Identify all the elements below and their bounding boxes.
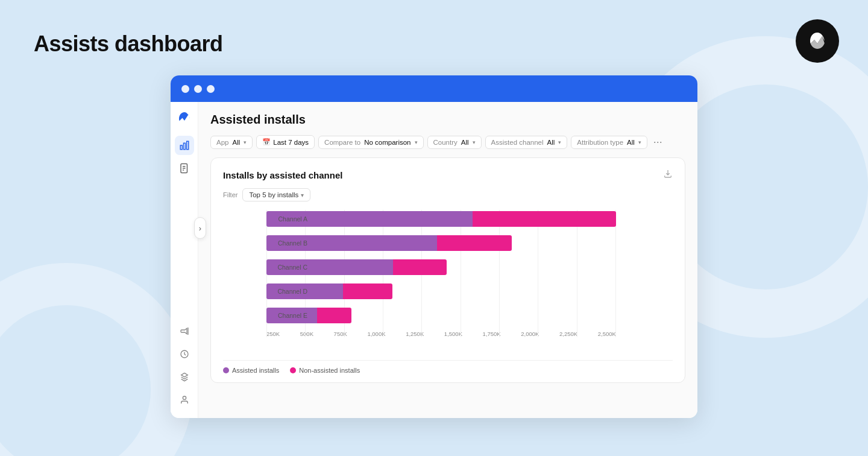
attribution-filter[interactable]: Attribution type All ▾: [571, 136, 647, 149]
assisted-channel-value: All: [547, 139, 555, 146]
sidebar-bottom: [175, 321, 194, 418]
chart-card-title: Installs by assisted channel: [223, 170, 342, 180]
sidebar-logo: [176, 110, 193, 127]
attribution-chevron: ▾: [638, 139, 641, 145]
x-tick: 2,250K: [559, 331, 577, 337]
browser-window: Assisted installs App All ▾ 📅 Last 7 day…: [171, 75, 697, 418]
expand-icon: ›: [199, 224, 201, 233]
chart-card: Installs by assisted channel Filter Top …: [210, 157, 685, 383]
svg-point-8: [183, 396, 186, 399]
legend-label-assisted: Assisted installs: [232, 367, 279, 374]
svg-rect-0: [180, 145, 182, 150]
svg-rect-1: [183, 143, 185, 150]
content-area: Assisted installs App All ▾ 📅 Last 7 day…: [171, 102, 697, 418]
calendar-icon: 📅: [262, 138, 271, 146]
compare-filter[interactable]: Compare to No comparison ▾: [318, 136, 423, 149]
legend-nonassisted: Non-assisted installs: [290, 367, 360, 374]
sidebar-item-document[interactable]: [175, 159, 194, 178]
chart-legend: Assisted installs Non-assisted installs: [223, 360, 673, 374]
compare-filter-chevron: ▾: [415, 139, 418, 145]
country-filter[interactable]: Country All ▾: [427, 136, 482, 149]
sidebar-item-megaphone[interactable]: [175, 321, 194, 341]
assisted-channel-filter[interactable]: Assisted channel All ▾: [485, 136, 568, 149]
dashboard-header: Assisted installs: [210, 113, 685, 127]
legend-label-nonassisted: Non-assisted installs: [299, 367, 360, 374]
bar-label: Channel D: [266, 288, 307, 295]
country-filter-value: All: [461, 139, 469, 146]
download-icon[interactable]: [663, 169, 673, 181]
browser-dot-2: [194, 85, 202, 93]
country-filter-chevron: ▾: [473, 139, 476, 145]
bar-label: Channel C: [266, 264, 307, 271]
bar-nonassisted: [473, 211, 616, 227]
dashboard-title: Assisted installs: [210, 113, 306, 127]
bar-track: [266, 211, 616, 227]
date-filter-value: Last 7 days: [273, 139, 309, 146]
x-tick: 2,000K: [521, 331, 539, 337]
x-tick: 750K: [334, 331, 347, 337]
bar-label: Channel B: [266, 239, 307, 247]
attribution-label: Attribution type: [577, 139, 623, 146]
bar-chart: Channel AChannel BChannel CChannel DChan…: [223, 210, 673, 354]
bar-label: Channel E: [266, 312, 307, 319]
bar-row: Channel E: [266, 306, 673, 325]
bar-label: Channel A: [266, 215, 307, 223]
legend-dot-assisted: [223, 367, 229, 373]
x-tick: 1,000K: [367, 331, 385, 337]
assisted-channel-chevron: ▾: [558, 139, 561, 145]
bg-decoration-left: [0, 263, 193, 456]
chart-filter-label: Filter: [223, 191, 237, 198]
x-axis: 250K500K750K1,000K1,250K1,500K1,750K2,00…: [266, 331, 616, 337]
bar-row: Channel D: [266, 282, 673, 300]
app-filter-label: App: [216, 139, 228, 146]
svg-rect-2: [186, 141, 188, 150]
bars-container: Channel AChannel BChannel CChannel DChan…: [266, 210, 673, 325]
app-filter-chevron: ▾: [244, 139, 247, 145]
x-tick: 1,750K: [483, 331, 501, 337]
legend-assisted: Assisted installs: [223, 367, 279, 374]
sidebar: [171, 102, 198, 418]
x-tick: 1,250K: [406, 331, 424, 337]
bar-nonassisted: [393, 259, 447, 275]
compare-filter-value: No comparison: [364, 139, 410, 146]
bar-nonassisted: [317, 308, 351, 323]
sidebar-item-person[interactable]: [175, 390, 194, 410]
chart-card-header: Installs by assisted channel: [223, 169, 673, 181]
app-filter-value: All: [232, 139, 240, 146]
browser-dot-1: [181, 85, 189, 93]
page-title: Assists dashboard: [34, 31, 223, 57]
filter-bar: App All ▾ 📅 Last 7 days Compare to No co…: [210, 135, 685, 149]
bar-row: Channel C: [266, 258, 673, 276]
sidebar-expand-button[interactable]: ›: [194, 217, 206, 239]
bar-nonassisted: [437, 235, 512, 251]
browser-bar: [171, 75, 697, 102]
brand-logo: [796, 19, 839, 63]
bar-row: Channel A: [266, 210, 673, 228]
x-tick: 500K: [300, 331, 313, 337]
chart-filter-value: Top 5 by installs: [249, 191, 298, 198]
chart-filter-row: Filter Top 5 by installs ▾: [223, 188, 673, 201]
browser-dot-3: [207, 85, 215, 93]
x-tick: 2,500K: [598, 331, 616, 337]
date-filter[interactable]: 📅 Last 7 days: [256, 135, 315, 149]
sidebar-item-chart[interactable]: [175, 136, 194, 155]
attribution-value: All: [627, 139, 635, 146]
sidebar-item-clock[interactable]: [175, 344, 194, 364]
chart-filter-chevron: ▾: [301, 192, 304, 198]
x-tick: 1,500K: [444, 331, 462, 337]
assisted-channel-label: Assisted channel: [491, 139, 544, 146]
filter-more-button[interactable]: ···: [651, 136, 665, 148]
compare-filter-label: Compare to: [324, 139, 360, 146]
main-panel: Assisted installs App All ▾ 📅 Last 7 day…: [198, 102, 697, 418]
app-filter[interactable]: App All ▾: [210, 136, 253, 149]
chart-filter-select[interactable]: Top 5 by installs ▾: [242, 188, 310, 201]
bar-row: Channel B: [266, 234, 673, 252]
country-filter-label: Country: [433, 139, 458, 146]
sidebar-item-layers[interactable]: [175, 367, 194, 387]
x-tick: 250K: [266, 331, 280, 337]
legend-dot-nonassisted: [290, 367, 296, 373]
bar-nonassisted: [343, 283, 392, 299]
